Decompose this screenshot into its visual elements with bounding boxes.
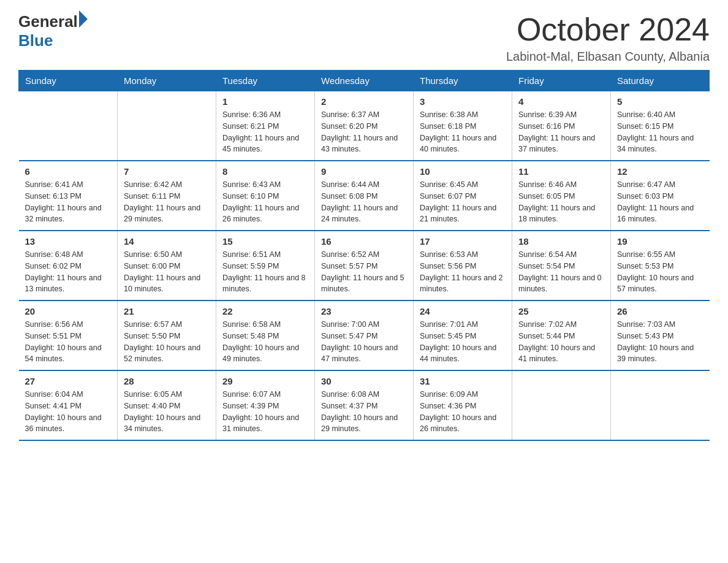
day-number: 24 [420, 306, 506, 316]
day-info: Sunrise: 7:00 AMSunset: 5:47 PMDaylight:… [321, 319, 407, 365]
day-info: Sunrise: 6:52 AMSunset: 5:57 PMDaylight:… [321, 249, 407, 295]
calendar-cell: 31Sunrise: 6:09 AMSunset: 4:36 PMDayligh… [414, 370, 512, 440]
calendar-cell: 25Sunrise: 7:02 AMSunset: 5:44 PMDayligh… [512, 301, 611, 370]
calendar-cell: 17Sunrise: 6:53 AMSunset: 5:56 PMDayligh… [414, 231, 512, 301]
day-number: 23 [321, 306, 407, 316]
day-number: 21 [124, 306, 210, 316]
day-info: Sunrise: 6:45 AMSunset: 6:07 PMDaylight:… [420, 179, 506, 225]
day-info: Sunrise: 6:48 AMSunset: 6:02 PMDaylight:… [25, 249, 112, 295]
day-number: 29 [222, 376, 308, 386]
calendar-cell: 19Sunrise: 6:55 AMSunset: 5:53 PMDayligh… [611, 231, 710, 301]
calendar-cell [611, 370, 710, 440]
calendar-cell: 23Sunrise: 7:00 AMSunset: 5:47 PMDayligh… [315, 301, 414, 370]
calendar-cell [19, 91, 118, 161]
day-info: Sunrise: 6:56 AMSunset: 5:51 PMDaylight:… [25, 319, 112, 365]
week-row-2: 6Sunrise: 6:41 AMSunset: 6:13 PMDaylight… [19, 161, 710, 231]
day-number: 6 [25, 166, 112, 177]
calendar-cell: 21Sunrise: 6:57 AMSunset: 5:50 PMDayligh… [118, 301, 216, 370]
day-info: Sunrise: 6:57 AMSunset: 5:50 PMDaylight:… [124, 319, 210, 365]
day-info: Sunrise: 6:54 AMSunset: 5:54 PMDaylight:… [518, 249, 604, 295]
day-info: Sunrise: 6:41 AMSunset: 6:13 PMDaylight:… [25, 179, 112, 225]
day-header-monday: Monday [118, 71, 216, 91]
day-info: Sunrise: 7:03 AMSunset: 5:43 PMDaylight:… [617, 319, 703, 365]
day-number: 25 [518, 306, 604, 316]
calendar-cell: 29Sunrise: 6:07 AMSunset: 4:39 PMDayligh… [216, 370, 315, 440]
week-row-3: 13Sunrise: 6:48 AMSunset: 6:02 PMDayligh… [19, 231, 710, 301]
day-number: 5 [617, 96, 703, 107]
day-number: 7 [124, 166, 210, 177]
day-number: 9 [321, 166, 407, 177]
day-header-friday: Friday [512, 71, 611, 91]
calendar-cell: 18Sunrise: 6:54 AMSunset: 5:54 PMDayligh… [512, 231, 611, 301]
month-title: October 2024 [506, 12, 710, 47]
location-subtitle: Labinot-Mal, Elbasan County, Albania [506, 50, 710, 64]
day-number: 12 [617, 166, 703, 177]
logo-arrow-icon [79, 10, 88, 28]
day-info: Sunrise: 6:43 AMSunset: 6:10 PMDaylight:… [222, 179, 308, 225]
day-number: 31 [420, 376, 506, 386]
calendar-cell: 22Sunrise: 6:58 AMSunset: 5:48 PMDayligh… [216, 301, 315, 370]
week-row-5: 27Sunrise: 6:04 AMSunset: 4:41 PMDayligh… [19, 370, 710, 440]
calendar-cell: 3Sunrise: 6:38 AMSunset: 6:18 PMDaylight… [414, 91, 512, 161]
calendar-cell: 14Sunrise: 6:50 AMSunset: 6:00 PMDayligh… [118, 231, 216, 301]
day-info: Sunrise: 6:08 AMSunset: 4:37 PMDaylight:… [321, 389, 407, 435]
title-block: October 2024 Labinot-Mal, Elbasan County… [506, 12, 710, 64]
day-number: 15 [222, 236, 308, 247]
day-info: Sunrise: 6:38 AMSunset: 6:18 PMDaylight:… [420, 109, 506, 155]
logo-blue: Blue [18, 31, 88, 50]
week-row-1: 1Sunrise: 6:36 AMSunset: 6:21 PMDaylight… [19, 91, 710, 161]
day-info: Sunrise: 6:36 AMSunset: 6:21 PMDaylight:… [222, 109, 308, 155]
day-header-saturday: Saturday [611, 71, 710, 91]
day-number: 13 [25, 236, 112, 247]
day-number: 2 [321, 96, 407, 107]
day-info: Sunrise: 6:07 AMSunset: 4:39 PMDaylight:… [222, 389, 308, 435]
logo-general: General [18, 12, 78, 31]
calendar-cell: 27Sunrise: 6:04 AMSunset: 4:41 PMDayligh… [19, 370, 118, 440]
calendar-cell [118, 91, 216, 161]
day-number: 16 [321, 236, 407, 247]
calendar-cell: 15Sunrise: 6:51 AMSunset: 5:59 PMDayligh… [216, 231, 315, 301]
day-number: 4 [518, 96, 604, 107]
calendar-cell: 2Sunrise: 6:37 AMSunset: 6:20 PMDaylight… [315, 91, 414, 161]
day-number: 11 [518, 166, 604, 177]
day-info: Sunrise: 6:04 AMSunset: 4:41 PMDaylight:… [25, 389, 112, 435]
day-number: 1 [222, 96, 308, 107]
day-info: Sunrise: 7:01 AMSunset: 5:45 PMDaylight:… [420, 319, 506, 365]
day-number: 14 [124, 236, 210, 247]
day-number: 26 [617, 306, 703, 316]
calendar-table: SundayMondayTuesdayWednesdayThursdayFrid… [18, 70, 710, 441]
calendar-cell: 12Sunrise: 6:47 AMSunset: 6:03 PMDayligh… [611, 161, 710, 231]
calendar-cell: 7Sunrise: 6:42 AMSunset: 6:11 PMDaylight… [118, 161, 216, 231]
calendar-header: SundayMondayTuesdayWednesdayThursdayFrid… [19, 71, 710, 91]
day-number: 10 [420, 166, 506, 177]
day-number: 28 [124, 376, 210, 386]
day-number: 3 [420, 96, 506, 107]
calendar-cell: 4Sunrise: 6:39 AMSunset: 6:16 PMDaylight… [512, 91, 611, 161]
calendar-cell: 16Sunrise: 6:52 AMSunset: 5:57 PMDayligh… [315, 231, 414, 301]
day-number: 18 [518, 236, 604, 247]
page-header: General Blue October 2024 Labinot-Mal, E… [18, 12, 710, 64]
day-info: Sunrise: 6:53 AMSunset: 5:56 PMDaylight:… [420, 249, 506, 295]
day-number: 22 [222, 306, 308, 316]
day-info: Sunrise: 6:46 AMSunset: 6:05 PMDaylight:… [518, 179, 604, 225]
calendar-cell: 6Sunrise: 6:41 AMSunset: 6:13 PMDaylight… [19, 161, 118, 231]
calendar-cell: 20Sunrise: 6:56 AMSunset: 5:51 PMDayligh… [19, 301, 118, 370]
day-info: Sunrise: 6:55 AMSunset: 5:53 PMDaylight:… [617, 249, 703, 295]
day-info: Sunrise: 6:58 AMSunset: 5:48 PMDaylight:… [222, 319, 308, 365]
calendar-cell: 5Sunrise: 6:40 AMSunset: 6:15 PMDaylight… [611, 91, 710, 161]
day-info: Sunrise: 6:51 AMSunset: 5:59 PMDaylight:… [222, 249, 308, 295]
day-header-sunday: Sunday [19, 71, 118, 91]
day-header-tuesday: Tuesday [216, 71, 315, 91]
day-info: Sunrise: 6:09 AMSunset: 4:36 PMDaylight:… [420, 389, 506, 435]
day-info: Sunrise: 6:05 AMSunset: 4:40 PMDaylight:… [124, 389, 210, 435]
day-info: Sunrise: 6:47 AMSunset: 6:03 PMDaylight:… [617, 179, 703, 225]
week-row-4: 20Sunrise: 6:56 AMSunset: 5:51 PMDayligh… [19, 301, 710, 370]
calendar-cell: 13Sunrise: 6:48 AMSunset: 6:02 PMDayligh… [19, 231, 118, 301]
logo: General Blue [18, 12, 88, 50]
day-info: Sunrise: 6:50 AMSunset: 6:00 PMDaylight:… [124, 249, 210, 295]
day-info: Sunrise: 6:37 AMSunset: 6:20 PMDaylight:… [321, 109, 407, 155]
day-info: Sunrise: 7:02 AMSunset: 5:44 PMDaylight:… [518, 319, 604, 365]
day-info: Sunrise: 6:40 AMSunset: 6:15 PMDaylight:… [617, 109, 703, 155]
calendar-cell: 26Sunrise: 7:03 AMSunset: 5:43 PMDayligh… [611, 301, 710, 370]
calendar-cell: 11Sunrise: 6:46 AMSunset: 6:05 PMDayligh… [512, 161, 611, 231]
